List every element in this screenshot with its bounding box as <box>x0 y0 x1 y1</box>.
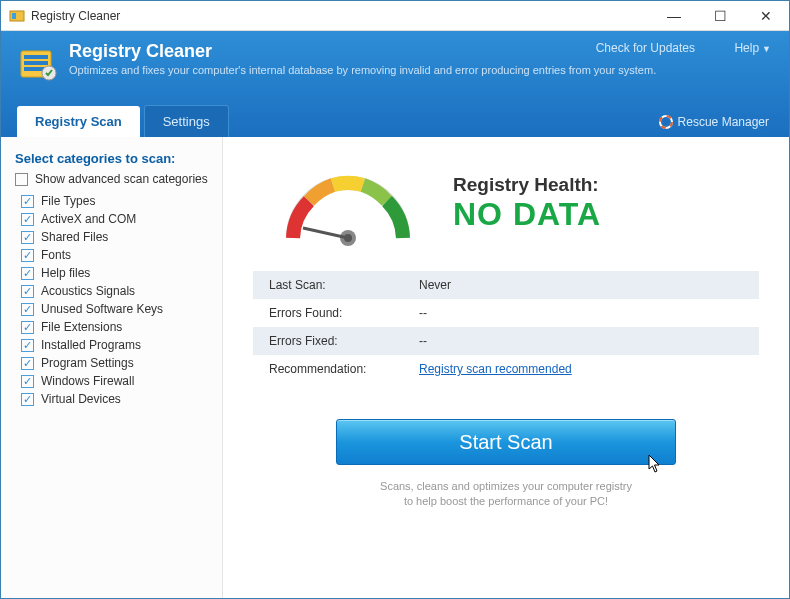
category-checkbox[interactable]: ✓File Extensions <box>21 320 208 334</box>
category-label: Acoustics Signals <box>41 284 135 298</box>
errors-fixed-label: Errors Fixed: <box>269 334 419 348</box>
maximize-button[interactable]: ☐ <box>697 1 743 31</box>
app-icon <box>9 8 25 24</box>
lifebuoy-icon <box>659 115 673 129</box>
header-links: Check for Updates Help▼ <box>578 41 771 55</box>
health-row: Registry Health: NO DATA <box>253 153 759 253</box>
last-scan-label: Last Scan: <box>269 278 419 292</box>
app-window: Registry Cleaner — ☐ ✕ Check for Updates… <box>0 0 790 599</box>
checkbox-icon: ✓ <box>21 303 34 316</box>
sidebar-title: Select categories to scan: <box>15 151 208 166</box>
checkbox-icon: ✓ <box>21 321 34 334</box>
category-label: Shared Files <box>41 230 108 244</box>
tab-registry-scan[interactable]: Registry Scan <box>17 106 140 137</box>
category-checkbox[interactable]: ✓File Types <box>21 194 208 208</box>
category-list: ✓File Types✓ActiveX and COM✓Shared Files… <box>21 194 208 406</box>
svg-point-11 <box>344 234 352 242</box>
category-checkbox[interactable]: ✓Fonts <box>21 248 208 262</box>
errors-found-label: Errors Found: <box>269 306 419 320</box>
category-label: Unused Software Keys <box>41 302 163 316</box>
category-label: Fonts <box>41 248 71 262</box>
show-advanced-checkbox[interactable]: Show advanced scan categories <box>15 172 208 186</box>
header: Check for Updates Help▼ Registry Cleaner… <box>1 31 789 137</box>
category-checkbox[interactable]: ✓Unused Software Keys <box>21 302 208 316</box>
category-label: Installed Programs <box>41 338 141 352</box>
category-label: File Extensions <box>41 320 122 334</box>
checkbox-icon: ✓ <box>21 393 34 406</box>
start-scan-button[interactable]: Start Scan <box>336 419 676 465</box>
recommendation-link[interactable]: Registry scan recommended <box>419 362 572 376</box>
registry-icon <box>17 43 59 85</box>
check-updates-link[interactable]: Check for Updates <box>596 41 695 55</box>
category-label: Program Settings <box>41 356 134 370</box>
svg-rect-3 <box>24 61 48 65</box>
last-scan-value: Never <box>419 278 451 292</box>
category-checkbox[interactable]: ✓Program Settings <box>21 356 208 370</box>
svg-rect-2 <box>24 55 48 59</box>
footnote: Scans, cleans and optimizes your compute… <box>380 479 632 510</box>
category-checkbox[interactable]: ✓Virtual Devices <box>21 392 208 406</box>
minimize-button[interactable]: — <box>651 1 697 31</box>
body: Select categories to scan: Show advanced… <box>1 137 789 598</box>
category-label: Windows Firewall <box>41 374 134 388</box>
main-panel: Registry Health: NO DATA Last Scan: Neve… <box>223 137 789 598</box>
gauge-icon <box>273 153 423 253</box>
category-checkbox[interactable]: ✓Installed Programs <box>21 338 208 352</box>
errors-fixed-value: -- <box>419 334 427 348</box>
svg-point-8 <box>663 120 668 125</box>
category-checkbox[interactable]: ✓ActiveX and COM <box>21 212 208 226</box>
svg-line-10 <box>303 228 348 238</box>
stat-recommendation: Recommendation: Registry scan recommende… <box>253 355 759 383</box>
show-advanced-label: Show advanced scan categories <box>35 172 208 186</box>
rescue-manager-link[interactable]: Rescue Manager <box>659 115 769 129</box>
category-label: Virtual Devices <box>41 392 121 406</box>
stat-errors-fixed: Errors Fixed: -- <box>253 327 759 355</box>
close-button[interactable]: ✕ <box>743 1 789 31</box>
rescue-label: Rescue Manager <box>678 115 769 129</box>
checkbox-icon: ✓ <box>21 339 34 352</box>
checkbox-icon: ✓ <box>21 267 34 280</box>
chevron-down-icon: ▼ <box>762 44 771 54</box>
category-label: File Types <box>41 194 95 208</box>
checkbox-icon: ✓ <box>21 213 34 226</box>
tab-row: Registry Scan Settings Rescue Manager <box>17 103 773 137</box>
category-label: Help files <box>41 266 90 280</box>
category-checkbox[interactable]: ✓Windows Firewall <box>21 374 208 388</box>
titlebar-title: Registry Cleaner <box>31 9 651 23</box>
checkbox-icon: ✓ <box>21 375 34 388</box>
checkbox-icon: ✓ <box>21 285 34 298</box>
checkbox-icon: ✓ <box>21 357 34 370</box>
errors-found-value: -- <box>419 306 427 320</box>
help-link[interactable]: Help▼ <box>716 41 771 55</box>
titlebar: Registry Cleaner — ☐ ✕ <box>1 1 789 31</box>
recommendation-label: Recommendation: <box>269 362 419 376</box>
category-checkbox[interactable]: ✓Shared Files <box>21 230 208 244</box>
health-value: NO DATA <box>453 196 601 233</box>
header-subtitle: Optimizes and fixes your computer's inte… <box>69 64 773 76</box>
stat-last-scan: Last Scan: Never <box>253 271 759 299</box>
window-controls: — ☐ ✕ <box>651 1 789 31</box>
category-checkbox[interactable]: ✓Help files <box>21 266 208 280</box>
sidebar: Select categories to scan: Show advanced… <box>1 137 223 598</box>
category-label: ActiveX and COM <box>41 212 136 226</box>
checkbox-icon: ✓ <box>21 231 34 244</box>
stats-table: Last Scan: Never Errors Found: -- Errors… <box>253 271 759 383</box>
category-checkbox[interactable]: ✓Acoustics Signals <box>21 284 208 298</box>
checkbox-icon: ✓ <box>21 249 34 262</box>
checkbox-icon: ✓ <box>21 195 34 208</box>
stat-errors-found: Errors Found: -- <box>253 299 759 327</box>
checkbox-icon <box>15 173 28 186</box>
tab-settings[interactable]: Settings <box>144 105 229 137</box>
health-title: Registry Health: <box>453 174 601 196</box>
